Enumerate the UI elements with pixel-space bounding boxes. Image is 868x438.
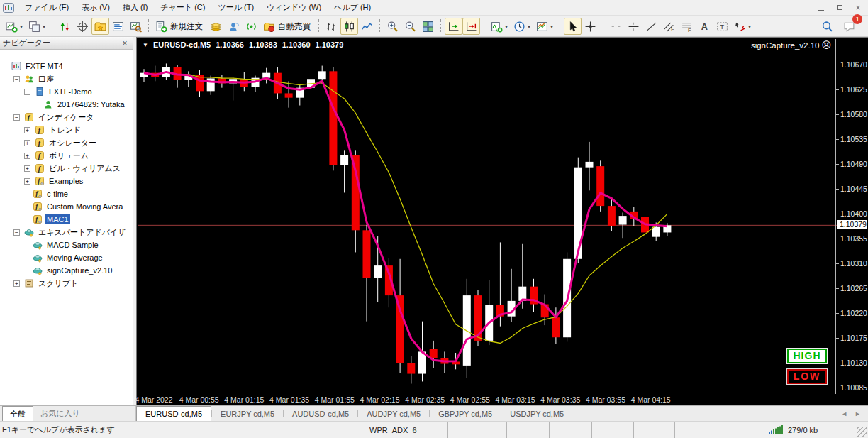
toolbar-trend-line-button[interactable] (642, 18, 660, 35)
toolbar-tile-windows-button[interactable] (419, 18, 437, 35)
tree-item--[interactable]: +fボリューム (0, 149, 133, 162)
toolbar-text-button[interactable]: A (696, 18, 713, 35)
toolbar-new-chart-button[interactable]: ▾ (3, 18, 26, 35)
tree-item--[interactable]: −口座 (0, 72, 133, 85)
tree-item-macd-sample[interactable]: MACD Sample (0, 239, 133, 251)
chart-tab-eurjpy-cd[interactable]: EURJPY-cd,M5 (212, 406, 283, 421)
menu-ツール[interactable]: ツール (T) (211, 1, 260, 13)
close-button[interactable]: × (852, 3, 864, 13)
menu-ファイル[interactable]: ファイル (F) (18, 1, 75, 13)
menu-表示[interactable]: 表示 (V) (75, 1, 116, 13)
chart-tab-audusd-cd[interactable]: AUDUSD-cd,M5 (284, 406, 357, 421)
toolbar-equidistant-channel-button[interactable]: E (660, 18, 678, 35)
toolbar-terminal-button[interactable] (109, 18, 127, 35)
chart-tab-eurusd-cd[interactable]: EURUSD-cd,M5 (136, 406, 211, 421)
toolbar-periods-button[interactable]: ▾ (511, 18, 533, 35)
arrows-dropdown-icon[interactable]: ▾ (748, 23, 751, 30)
collapse-icon[interactable]: − (24, 89, 30, 95)
tree-item-label: トレンド (48, 124, 82, 136)
templates-dropdown-icon[interactable]: ▾ (550, 23, 553, 30)
toolbar-cursor-button[interactable] (564, 18, 582, 35)
toolbar-indicators-button[interactable]: ▾ (488, 18, 511, 35)
tree-item-custom-moving-avera[interactable]: fCustom Moving Avera (0, 200, 133, 213)
time-axis[interactable]: 4 Mar 20224 Mar 00:554 Mar 01:154 Mar 01… (137, 394, 835, 405)
tree-item--[interactable]: +fオシレーター (0, 136, 133, 149)
tree-item-fxtf-mt4[interactable]: FXTF MT4 (0, 60, 133, 72)
menu-挿入[interactable]: 挿入 (I) (116, 1, 154, 13)
periods-dropdown-icon[interactable]: ▾ (528, 23, 530, 30)
tree-item-c-time[interactable]: fc-time (0, 187, 133, 200)
toolbar-community-button[interactable] (225, 18, 243, 35)
accounts-icon (24, 74, 34, 84)
toolbar-new-order-button[interactable]: 新規注文 (152, 18, 207, 35)
toolbar-chart-shift-button[interactable] (462, 18, 480, 35)
toolbar-crosshair-button[interactable] (582, 18, 599, 35)
tree-item-moving-average[interactable]: Moving Average (0, 251, 133, 264)
chart-tab-usdjpy-cd[interactable]: USDJPY-cd,M5 (501, 406, 572, 421)
collapse-icon[interactable]: − (13, 76, 20, 82)
tree-item-fxtf-demo[interactable]: −FXTF-Demo (0, 85, 133, 98)
tree-item--[interactable]: −エキスパートアドバイザ (0, 226, 133, 239)
menu-ヘルプ[interactable]: ヘルプ (H) (328, 1, 377, 13)
toolbar-profiles-button[interactable]: ▾ (26, 18, 48, 35)
tree-item--[interactable]: +fトレンド (0, 124, 133, 136)
toolbar-horizontal-line-button[interactable] (625, 18, 642, 35)
expand-icon[interactable]: + (24, 153, 30, 159)
tab-scroll-right-icon[interactable]: ► (855, 410, 861, 417)
tree-item-examples[interactable]: +fExamples (0, 175, 133, 187)
expand-icon[interactable]: + (24, 127, 30, 133)
toolbar-line-chart-button[interactable] (358, 18, 376, 35)
toolbar-signal-button[interactable] (243, 18, 260, 35)
toolbar-candle-chart-button[interactable] (340, 18, 358, 35)
tree-item-mac1[interactable]: fMAC1 (0, 213, 133, 226)
toolbar-vertical-line-button[interactable] (607, 18, 625, 35)
toolbar-search-button[interactable] (818, 18, 836, 35)
expand-icon[interactable]: + (24, 140, 30, 146)
price-axis[interactable]: 1.106701.106251.105801.105351.104901.104… (835, 39, 868, 394)
collapse-icon[interactable]: − (13, 114, 20, 121)
indicator-icon: f (35, 138, 45, 148)
navigator-tab-active[interactable]: 全般 (2, 406, 33, 421)
tree-item--[interactable]: −fインディケータ (0, 111, 133, 124)
symbol-dropdown-icon[interactable]: ▼ (143, 42, 148, 48)
toolbar-text-label-button[interactable]: T (713, 18, 731, 35)
expand-icon[interactable]: + (24, 178, 30, 185)
toolbar-templates-button[interactable]: ▾ (533, 18, 556, 35)
menu-ウィンドウ[interactable]: ウィンドウ (W) (260, 1, 328, 13)
menu-チャート[interactable]: チャート (C) (154, 1, 211, 13)
profiles-dropdown-icon[interactable]: ▾ (43, 23, 45, 30)
toolbar-strategy-tester-button[interactable] (127, 18, 145, 35)
toolbar-navigator-button[interactable] (91, 18, 109, 35)
expand-icon[interactable]: + (13, 280, 20, 287)
tree-item--[interactable]: +スクリプト (0, 277, 133, 290)
tree-item-201764829-yutaka[interactable]: 201764829: Yutaka (0, 98, 133, 111)
tree-item-signcapture_v2-10[interactable]: signCapture_v2.10 (0, 264, 133, 277)
toolbar-data-window-button[interactable] (74, 18, 91, 35)
minimize-button[interactable] (816, 3, 827, 13)
tab-scroll-left-icon[interactable]: ◄ (841, 410, 847, 417)
toolbar-zoom-in-button[interactable] (384, 18, 401, 35)
tree-item--[interactable]: +fビル・ウィリアムス (0, 162, 133, 175)
toolbar-auto-scroll-button[interactable] (445, 18, 462, 35)
toolbar-market-watch-button[interactable] (56, 18, 74, 35)
toolbar-arrows-button[interactable]: ▾ (731, 18, 754, 35)
navigator-close-icon[interactable]: × (120, 38, 130, 48)
resize-grip[interactable] (857, 427, 867, 437)
toolbar-auto-trading-button[interactable]: 自動売買 (260, 18, 315, 35)
new-chart-dropdown-icon[interactable]: ▾ (20, 23, 23, 30)
toolbar-bar-chart-button[interactable] (323, 18, 340, 35)
collapse-icon[interactable]: − (13, 229, 20, 236)
toolbar-chat-button[interactable]: 1 (840, 18, 858, 35)
ea-disabled-face-icon[interactable]: ☹ (821, 40, 831, 50)
toolbar-zoom-out-button[interactable] (401, 18, 419, 35)
expand-icon[interactable]: + (24, 165, 30, 172)
chart-tab-gbpjpy-cd[interactable]: GBPJPY-cd,M5 (430, 406, 501, 421)
indicators-dropdown-icon[interactable]: ▾ (505, 23, 508, 30)
toolbar-metaeditor-button[interactable] (207, 18, 225, 35)
navigator-tab-inactive[interactable]: お気に入り (33, 406, 87, 421)
user-icon (43, 99, 53, 109)
toolbar-fibonacci-button[interactable]: F (678, 18, 696, 35)
chart-tab-audjpy-cd[interactable]: AUDJPY-cd,M5 (358, 406, 429, 421)
tree-item-label: Examples (48, 176, 84, 186)
restore-button[interactable] (834, 3, 845, 13)
